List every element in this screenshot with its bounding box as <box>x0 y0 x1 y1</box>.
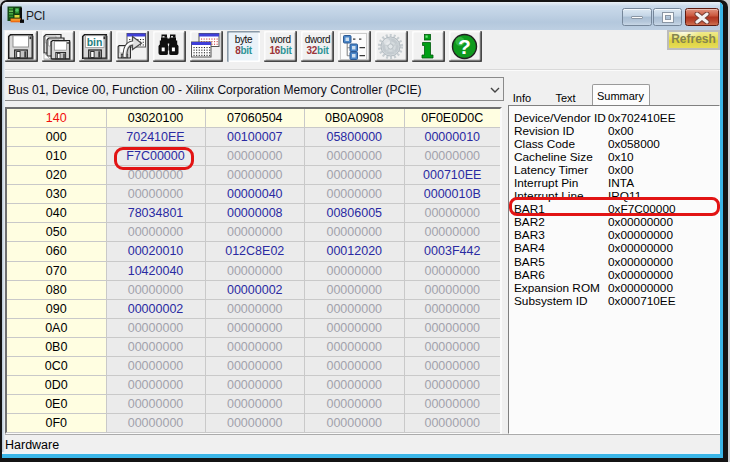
svg-text:bin: bin <box>87 36 103 48</box>
svg-text:?: ? <box>458 35 471 58</box>
